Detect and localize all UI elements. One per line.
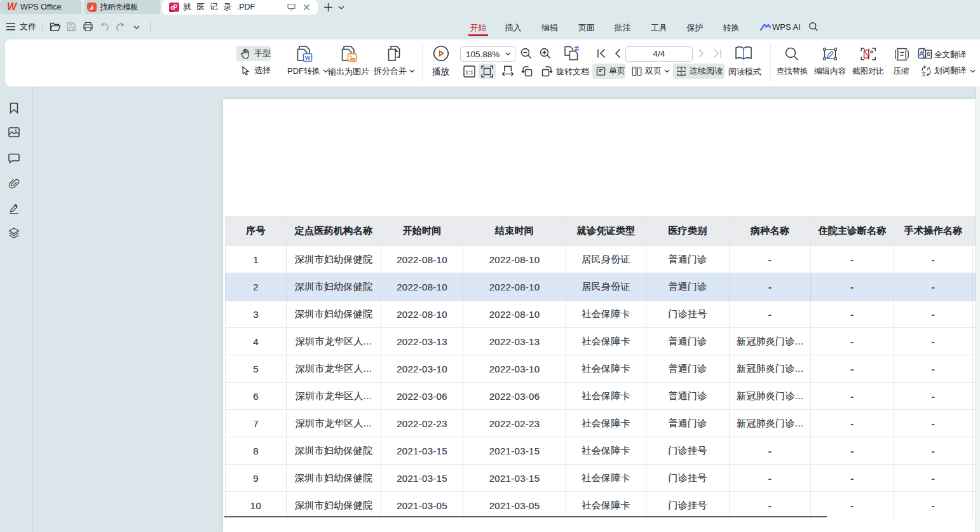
svg-text:A: A <box>919 50 924 57</box>
svg-text:文: 文 <box>921 71 927 76</box>
svg-text:1:1: 1:1 <box>465 69 473 76</box>
svg-text:A: A <box>927 65 931 72</box>
svg-text:W: W <box>305 55 311 61</box>
